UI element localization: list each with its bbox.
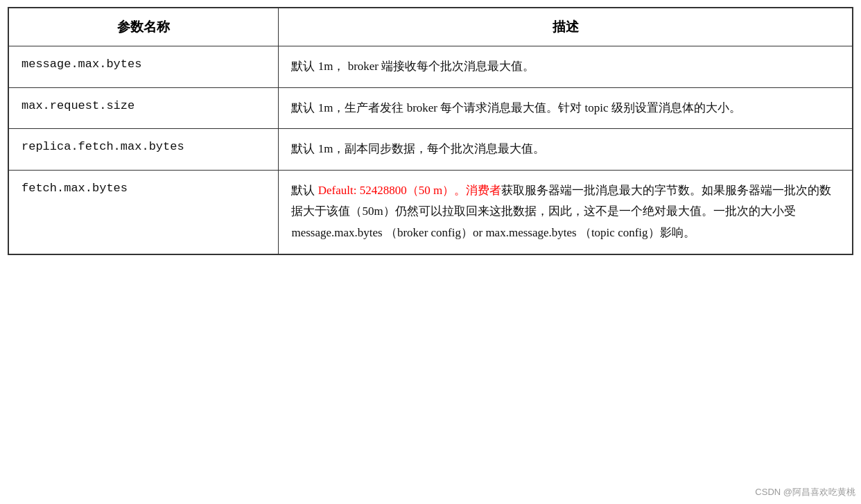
desc-cell-4: 默认 Default: 52428800（50 m）。消费者获取服务器端一批消息… [279,170,853,254]
desc-cell-3: 默认 1m，副本同步数据，每个批次消息最大值。 [279,129,853,171]
table-row: replica.fetch.max.bytes 默认 1m，副本同步数据，每个批… [9,129,853,171]
params-table: 参数名称 描述 message.max.bytes 默认 1m， broker … [8,8,853,254]
main-table-container: 参数名称 描述 message.max.bytes 默认 1m， broker … [8,7,853,255]
desc-cell-1: 默认 1m， broker 端接收每个批次消息最大值。 [279,46,853,88]
header-col-param: 参数名称 [9,8,279,46]
watermark-text: CSDN @阿昌喜欢吃黄桃 [755,486,855,498]
param-cell-4: fetch.max.bytes [9,170,279,254]
desc-before-red: 默认 [291,184,318,197]
table-row: message.max.bytes 默认 1m， broker 端接收每个批次消… [9,46,853,88]
desc-red-text: Default: 52428800（50 m）。消费者 [318,184,501,197]
param-cell-1: message.max.bytes [9,46,279,88]
param-cell-2: max.request.size [9,87,279,129]
table-row: max.request.size 默认 1m，生产者发往 broker 每个请求… [9,87,853,129]
param-cell-3: replica.fetch.max.bytes [9,129,279,171]
header-col-desc: 描述 [279,8,853,46]
desc-cell-2: 默认 1m，生产者发往 broker 每个请求消息最大值。针对 topic 级别… [279,87,853,129]
table-row: fetch.max.bytes 默认 Default: 52428800（50 … [9,170,853,254]
table-header-row: 参数名称 描述 [9,8,853,46]
